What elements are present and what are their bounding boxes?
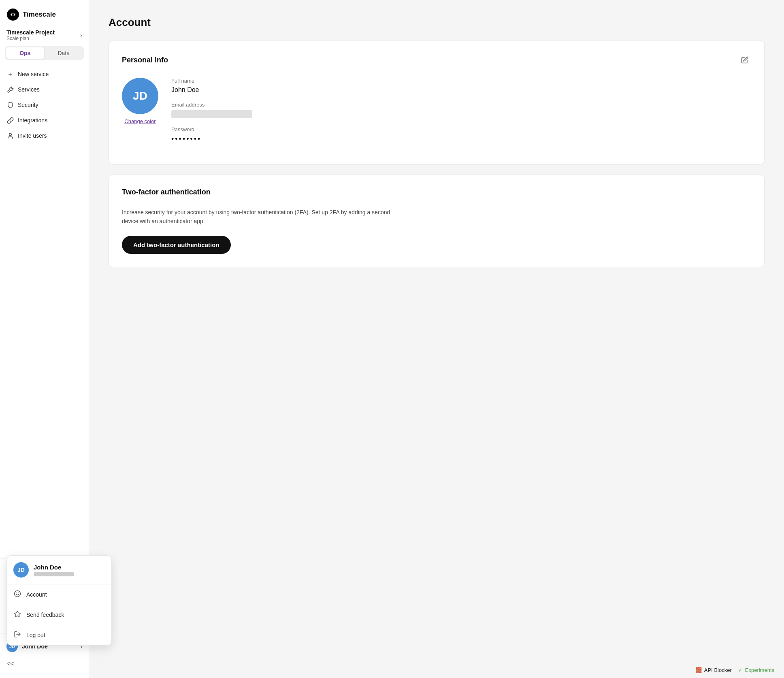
popup-menu-logout[interactable]: Log out	[7, 625, 111, 645]
sidebar-item-invite-users-label: Invite users	[18, 132, 47, 139]
api-blocker-item[interactable]: 🧱 API Blocker	[695, 667, 732, 673]
sidebar-item-new-service-label: New service	[18, 71, 49, 77]
experiments-icon: ✓	[738, 667, 743, 673]
avatar-section: JD Change color	[122, 78, 158, 124]
popup-avatar: JD	[13, 562, 29, 578]
sidebar-collapse-btn[interactable]: <<	[0, 656, 89, 672]
password-field: Password ••••••••	[171, 126, 751, 143]
popup-user-name: John Doe	[34, 564, 74, 571]
svg-point-7	[15, 591, 21, 597]
svg-marker-10	[15, 611, 21, 617]
popup-user-info: John Doe	[34, 564, 74, 576]
pencil-icon	[741, 56, 748, 64]
two-factor-header: Two-factor authentication	[122, 188, 751, 196]
edit-personal-info-button[interactable]	[738, 53, 751, 66]
sidebar-item-integrations[interactable]: Integrations	[0, 113, 89, 128]
user-plus-icon	[6, 132, 14, 139]
project-chevron-icon: ›	[80, 32, 82, 38]
sidebar-item-new-service[interactable]: ＋ New service	[0, 66, 89, 82]
two-factor-description: Increase security for your account by us…	[122, 208, 397, 226]
email-redacted-value	[171, 110, 252, 118]
sidebar-nav: ＋ New service Services Security	[0, 65, 89, 311]
experiments-item[interactable]: ✓ Experiments	[738, 667, 774, 673]
user-popup-menu: JD John Doe Account	[6, 555, 112, 646]
personal-info-title: Personal info	[122, 56, 168, 64]
api-blocker-icon: 🧱	[695, 667, 702, 673]
password-value: ••••••••	[171, 135, 751, 143]
popup-menu-logout-label: Log out	[26, 632, 45, 638]
star-icon	[13, 610, 21, 619]
tab-data[interactable]: Data	[45, 47, 83, 59]
full-name-label: Full name	[171, 78, 751, 84]
popup-menu-send-feedback-label: Send feedback	[26, 612, 64, 618]
email-label: Email address	[171, 102, 751, 108]
user-avatar-large: JD	[122, 78, 158, 114]
add-two-factor-button[interactable]: Add two-factor authentication	[122, 236, 231, 254]
full-name-field: Full name John Doe	[171, 78, 751, 94]
api-blocker-label: API Blocker	[704, 667, 732, 673]
two-factor-title: Two-factor authentication	[122, 188, 211, 196]
shield-icon	[6, 101, 14, 109]
link-icon	[6, 117, 14, 124]
project-plan: Scale plan	[6, 36, 55, 41]
experiments-label: Experiments	[745, 667, 774, 673]
popup-menu-send-feedback[interactable]: Send feedback	[7, 605, 111, 625]
page-title: Account	[109, 16, 765, 29]
wrench-icon	[6, 86, 14, 93]
sidebar-item-services[interactable]: Services	[0, 82, 89, 97]
sidebar-item-invite-users[interactable]: Invite users	[0, 128, 89, 143]
bottom-bar: 🧱 API Blocker ✓ Experiments	[695, 667, 774, 673]
logout-icon	[13, 631, 21, 640]
svg-point-1	[12, 13, 14, 16]
two-factor-card: Two-factor authentication Increase secur…	[109, 175, 765, 267]
project-selector[interactable]: Timescale Project Scale plan ›	[0, 26, 89, 46]
popup-menu-account-label: Account	[26, 591, 47, 598]
email-field: Email address	[171, 102, 751, 118]
personal-info-layout: JD Change color Full name John Doe Email…	[122, 78, 751, 151]
popup-user-email-redacted	[34, 572, 74, 576]
project-name: Timescale Project	[6, 29, 55, 36]
svg-point-2	[9, 133, 11, 136]
tab-ops[interactable]: Ops	[6, 47, 44, 59]
sidebar-item-integrations-label: Integrations	[18, 117, 47, 124]
smiley-icon	[13, 590, 21, 599]
logo[interactable]: Timescale	[0, 0, 89, 26]
view-tabs: Ops Data	[5, 46, 84, 60]
sidebar-item-security[interactable]: Security	[0, 97, 89, 113]
logo-text: Timescale	[23, 11, 56, 19]
personal-info-card: Personal info JD Change color Full name …	[109, 40, 765, 165]
change-color-link[interactable]: Change color	[124, 118, 156, 124]
sidebar-item-security-label: Security	[18, 102, 38, 108]
timescale-logo-icon	[6, 8, 19, 21]
full-name-value: John Doe	[171, 86, 751, 94]
personal-info-header: Personal info	[122, 53, 751, 66]
popup-user-header: JD John Doe	[7, 556, 111, 584]
info-fields: Full name John Doe Email address Passwor…	[171, 78, 751, 151]
password-label: Password	[171, 126, 751, 132]
popup-menu-account[interactable]: Account	[7, 584, 111, 605]
main-content: Account Personal info JD Change color Fu…	[89, 0, 784, 678]
plus-icon: ＋	[6, 70, 14, 78]
sidebar-item-services-label: Services	[18, 86, 40, 93]
